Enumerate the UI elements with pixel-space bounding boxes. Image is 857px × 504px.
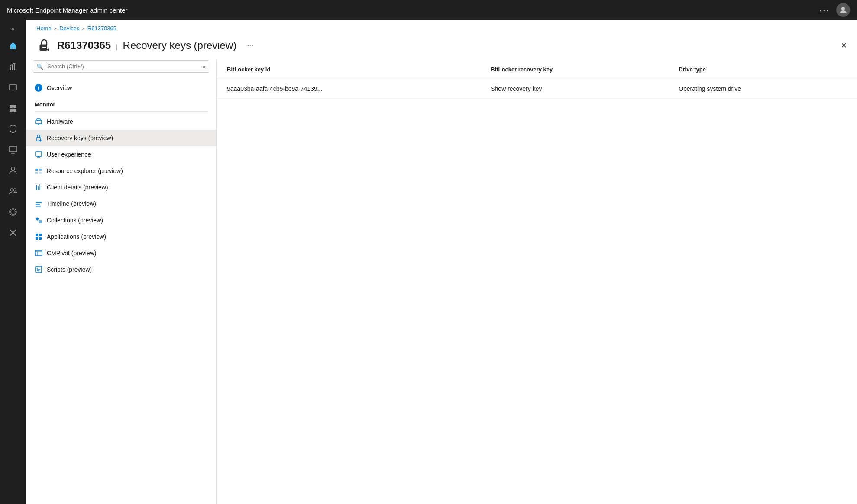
nav-rail-tenant[interactable] bbox=[3, 202, 23, 222]
monitor-divider bbox=[35, 111, 207, 112]
user-experience-icon bbox=[35, 151, 42, 158]
search-box: 🔍 « bbox=[33, 60, 209, 73]
page-title-group: R61370365 | Recovery keys (preview) bbox=[57, 39, 236, 51]
cmpivot-icon bbox=[35, 249, 42, 257]
sidebar-item-collections-label: Collections (preview) bbox=[47, 217, 103, 224]
collections-icon bbox=[35, 216, 42, 224]
nav-rail-monitor[interactable] bbox=[3, 140, 23, 159]
sidebar-item-applications-label: Applications (preview) bbox=[47, 233, 106, 240]
svg-rect-47 bbox=[36, 237, 38, 240]
nav-rail-home[interactable] bbox=[3, 36, 23, 55]
collapse-search-button[interactable]: « bbox=[202, 63, 206, 70]
sidebar-item-resource-explorer-label: Resource explorer (preview) bbox=[47, 167, 123, 174]
sidebar-item-user-experience-label: User experience bbox=[47, 151, 91, 158]
breadcrumb-sep-2: > bbox=[82, 26, 84, 31]
sidebar-item-hardware-label: Hardware bbox=[47, 118, 73, 125]
sidebar-item-overview-label: Overview bbox=[47, 84, 72, 91]
page-device-name: R61370365 bbox=[57, 39, 111, 51]
breadcrumb-devices[interactable]: Devices bbox=[59, 25, 79, 32]
sidebar-item-collections[interactable]: Collections (preview) bbox=[26, 212, 216, 228]
table-row: 9aaa03ba-aafa-4cb5-be9a-74139... Show re… bbox=[217, 79, 857, 99]
svg-rect-7 bbox=[10, 105, 13, 108]
svg-rect-4 bbox=[9, 85, 17, 90]
svg-rect-25 bbox=[36, 120, 42, 124]
svg-rect-35 bbox=[39, 169, 42, 171]
sidebar-item-user-experience[interactable]: User experience bbox=[26, 146, 216, 163]
svg-point-15 bbox=[10, 189, 13, 191]
topbar: Microsoft Endpoint Manager admin center … bbox=[0, 0, 857, 20]
svg-rect-45 bbox=[36, 234, 38, 236]
sidebar-item-cmpivot[interactable]: CMPivot (preview) bbox=[26, 245, 216, 261]
topbar-more-button[interactable]: ··· bbox=[819, 5, 829, 15]
cell-drive-type: Operating system drive bbox=[668, 79, 857, 99]
search-icon: 🔍 bbox=[36, 63, 43, 70]
svg-rect-46 bbox=[39, 234, 42, 236]
nav-rail-groups[interactable] bbox=[3, 182, 23, 201]
sidebar-item-recovery-keys[interactable]: Recovery keys (preview) bbox=[26, 130, 216, 146]
lock-arrow-icon bbox=[36, 38, 52, 53]
svg-rect-3 bbox=[14, 63, 15, 70]
content-area: 🔍 « i Overview Monitor Hardwar bbox=[26, 60, 857, 504]
sidebar-item-client-details[interactable]: Client details (preview) bbox=[26, 179, 216, 196]
avatar[interactable] bbox=[836, 3, 850, 17]
svg-point-16 bbox=[13, 189, 16, 191]
show-recovery-key-button[interactable]: Show recovery key bbox=[480, 79, 668, 99]
svg-rect-49 bbox=[35, 250, 42, 256]
page-header: R61370365 | Recovery keys (preview) ··· … bbox=[26, 34, 857, 60]
svg-rect-39 bbox=[38, 186, 39, 190]
svg-rect-43 bbox=[36, 206, 41, 207]
page-title-separator: | bbox=[116, 43, 118, 50]
sidebar-item-scripts[interactable]: Scripts (preview) bbox=[26, 261, 216, 278]
sidebar-item-overview[interactable]: i Overview bbox=[26, 80, 216, 96]
hardware-icon bbox=[35, 118, 42, 125]
svg-rect-2 bbox=[12, 65, 13, 70]
sidebar-item-resource-explorer[interactable]: Resource explorer (preview) bbox=[26, 163, 216, 179]
svg-rect-31 bbox=[36, 152, 42, 156]
nav-rail-reports[interactable] bbox=[3, 57, 23, 76]
svg-rect-9 bbox=[10, 109, 13, 112]
svg-marker-23 bbox=[48, 48, 49, 51]
layout: » Ho bbox=[0, 20, 857, 504]
sidebar: 🔍 « i Overview Monitor Hardwar bbox=[26, 60, 217, 504]
cell-key-id: 9aaa03ba-aafa-4cb5-be9a-74139... bbox=[217, 79, 480, 99]
search-input[interactable] bbox=[33, 60, 209, 73]
col-header-recovery-key: BitLocker recovery key bbox=[480, 60, 668, 79]
sidebar-item-cmpivot-label: CMPivot (preview) bbox=[47, 250, 96, 257]
breadcrumb-sep-1: > bbox=[54, 26, 57, 31]
main-area: Home > Devices > R61370365 bbox=[26, 20, 857, 504]
sidebar-item-applications[interactable]: Applications (preview) bbox=[26, 228, 216, 245]
nav-rail-close[interactable] bbox=[3, 223, 23, 242]
svg-rect-26 bbox=[37, 119, 40, 120]
scripts-icon bbox=[35, 266, 42, 273]
sidebar-item-client-details-label: Client details (preview) bbox=[47, 184, 108, 191]
svg-rect-36 bbox=[35, 172, 38, 174]
breadcrumb-home[interactable]: Home bbox=[36, 25, 52, 32]
svg-rect-8 bbox=[13, 105, 16, 108]
timeline-icon bbox=[35, 200, 42, 208]
resource-explorer-icon bbox=[35, 167, 42, 175]
sidebar-section-monitor: Monitor bbox=[26, 96, 216, 109]
nav-rail-apps[interactable] bbox=[3, 99, 23, 118]
nav-expand-button[interactable]: » bbox=[9, 23, 17, 35]
page-header-more-button[interactable]: ··· bbox=[247, 41, 253, 50]
breadcrumb-device-id[interactable]: R61370365 bbox=[87, 25, 116, 32]
nav-rail-users[interactable] bbox=[3, 161, 23, 180]
svg-rect-37 bbox=[39, 172, 42, 174]
svg-rect-41 bbox=[36, 202, 42, 203]
table-header-row: BitLocker key id BitLocker recovery key … bbox=[217, 60, 857, 79]
main-panel: BitLocker key id BitLocker recovery key … bbox=[217, 60, 857, 504]
sidebar-item-scripts-label: Scripts (preview) bbox=[47, 266, 92, 273]
nav-rail-security[interactable] bbox=[3, 119, 23, 138]
col-header-drive-type: Drive type bbox=[668, 60, 857, 79]
sidebar-item-timeline[interactable]: Timeline (preview) bbox=[26, 196, 216, 212]
sidebar-item-hardware[interactable]: Hardware bbox=[26, 113, 216, 130]
svg-rect-34 bbox=[35, 169, 38, 171]
nav-rail-devices[interactable] bbox=[3, 78, 23, 97]
svg-rect-44 bbox=[39, 220, 42, 223]
svg-point-0 bbox=[841, 7, 845, 10]
applications-icon bbox=[35, 233, 42, 241]
recovery-keys-icon bbox=[35, 134, 42, 142]
svg-rect-11 bbox=[9, 146, 17, 152]
close-button[interactable]: × bbox=[841, 41, 847, 50]
page-header-left: R61370365 | Recovery keys (preview) ··· bbox=[36, 38, 253, 53]
